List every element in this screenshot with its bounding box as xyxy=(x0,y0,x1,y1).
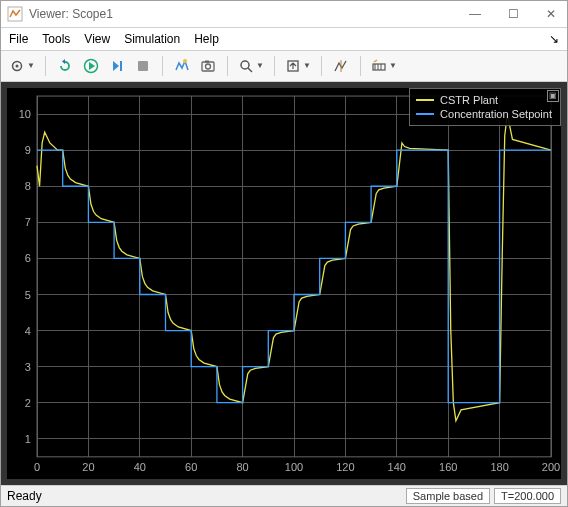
svg-rect-5 xyxy=(138,61,148,71)
svg-rect-7 xyxy=(202,62,214,71)
legend-label-0: CSTR Plant xyxy=(440,94,498,106)
scope-window: Viewer: Scope1 — ☐ ✕ File Tools View Sim… xyxy=(0,0,568,507)
app-icon xyxy=(7,6,23,22)
run-icon[interactable] xyxy=(80,55,102,77)
snapshot-icon[interactable] xyxy=(197,55,219,77)
svg-text:7: 7 xyxy=(25,216,31,228)
legend-swatch-1 xyxy=(416,113,434,115)
toolbar-separator xyxy=(360,56,361,76)
triggers-icon[interactable]: ▼ xyxy=(369,55,399,77)
legend-row-1: Concentration Setpoint xyxy=(416,107,552,121)
svg-text:120: 120 xyxy=(336,461,354,473)
minimize-button[interactable]: — xyxy=(465,7,485,21)
svg-text:5: 5 xyxy=(25,288,31,300)
window-title: Viewer: Scope1 xyxy=(29,7,465,21)
svg-text:3: 3 xyxy=(25,360,31,372)
cursor-measure-icon[interactable] xyxy=(330,55,352,77)
legend-label-1: Concentration Setpoint xyxy=(440,108,552,120)
svg-rect-9 xyxy=(205,60,209,62)
svg-text:180: 180 xyxy=(490,461,508,473)
plot-area: 02040608010012014016018020012345678910 ▣… xyxy=(1,82,567,485)
toolbar: ▼▼▼▼ xyxy=(1,51,567,82)
svg-text:40: 40 xyxy=(134,461,146,473)
status-mode: Sample based xyxy=(406,488,490,504)
status-time: T=200.000 xyxy=(494,488,561,504)
highlight-signal-icon[interactable] xyxy=(171,55,193,77)
legend-row-0: CSTR Plant xyxy=(416,93,552,107)
svg-text:160: 160 xyxy=(439,461,457,473)
menu-overflow-icon[interactable]: ↘ xyxy=(549,32,559,46)
titlebar: Viewer: Scope1 — ☐ ✕ xyxy=(1,1,567,28)
svg-text:100: 100 xyxy=(285,461,303,473)
svg-point-8 xyxy=(206,64,211,69)
svg-text:10: 10 xyxy=(19,108,31,120)
close-button[interactable]: ✕ xyxy=(541,7,561,21)
menu-simulation[interactable]: Simulation xyxy=(124,32,180,46)
config-gear-icon[interactable]: ▼ xyxy=(7,55,37,77)
legend-expand-icon[interactable]: ▣ xyxy=(547,90,559,102)
menu-view[interactable]: View xyxy=(84,32,110,46)
svg-rect-4 xyxy=(120,61,122,71)
stop-icon[interactable] xyxy=(132,55,154,77)
svg-text:140: 140 xyxy=(388,461,406,473)
svg-text:4: 4 xyxy=(25,324,31,336)
maximize-button[interactable]: ☐ xyxy=(503,7,523,21)
toolbar-separator xyxy=(45,56,46,76)
step-forward-icon[interactable] xyxy=(106,55,128,77)
zoom-icon[interactable]: ▼ xyxy=(236,55,266,77)
autoscale-icon[interactable]: ▼ xyxy=(283,55,313,77)
restart-icon[interactable] xyxy=(54,55,76,77)
window-controls: — ☐ ✕ xyxy=(465,7,561,21)
svg-text:200: 200 xyxy=(542,461,560,473)
plot-canvas[interactable]: 02040608010012014016018020012345678910 ▣… xyxy=(7,88,561,479)
statusbar: Ready Sample based T=200.000 xyxy=(1,485,567,506)
axes: 02040608010012014016018020012345678910 xyxy=(7,88,561,479)
svg-text:0: 0 xyxy=(34,461,40,473)
svg-point-2 xyxy=(16,64,19,67)
menu-tools[interactable]: Tools xyxy=(42,32,70,46)
svg-line-11 xyxy=(248,68,252,72)
toolbar-separator xyxy=(274,56,275,76)
toolbar-separator xyxy=(321,56,322,76)
menubar: File Tools View Simulation Help ↘ xyxy=(1,28,567,51)
menu-file[interactable]: File xyxy=(9,32,28,46)
status-ready: Ready xyxy=(7,489,402,503)
legend[interactable]: ▣ CSTR Plant Concentration Setpoint xyxy=(409,88,561,126)
svg-point-6 xyxy=(183,59,187,63)
toolbar-separator xyxy=(227,56,228,76)
svg-text:20: 20 xyxy=(82,461,94,473)
svg-text:9: 9 xyxy=(25,144,31,156)
svg-text:60: 60 xyxy=(185,461,197,473)
svg-text:2: 2 xyxy=(25,396,31,408)
menu-help[interactable]: Help xyxy=(194,32,219,46)
svg-text:1: 1 xyxy=(25,433,31,445)
legend-swatch-0 xyxy=(416,99,434,101)
svg-text:6: 6 xyxy=(25,252,31,264)
svg-text:80: 80 xyxy=(236,461,248,473)
svg-text:8: 8 xyxy=(25,180,31,192)
svg-point-10 xyxy=(241,61,249,69)
toolbar-separator xyxy=(162,56,163,76)
